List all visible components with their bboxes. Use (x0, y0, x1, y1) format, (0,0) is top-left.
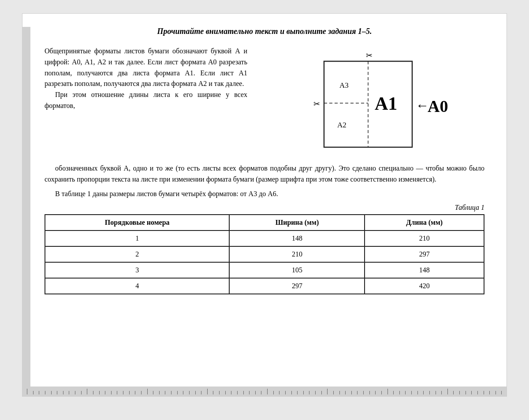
ruler-tick (399, 391, 400, 394)
a1-label: А1 (375, 93, 397, 114)
a0-label: А0 (428, 97, 448, 115)
ruler-tick (159, 391, 160, 394)
ruler-tick (495, 391, 496, 394)
a2-label: А2 (337, 121, 346, 129)
arrow-icon: ← (416, 98, 429, 112)
ruler-tick (81, 391, 82, 394)
ruler-tick (147, 389, 148, 394)
ruler-tick (63, 391, 63, 394)
ruler-tick (477, 391, 478, 394)
ruler-tick (213, 391, 213, 394)
a3-label: А3 (339, 81, 349, 89)
cell-0-1: 148 (229, 230, 365, 246)
cell-3-1: 297 (229, 278, 365, 294)
ruler-tick (273, 391, 274, 394)
left-ruler (22, 27, 30, 387)
table-row: 1148210 (45, 230, 484, 246)
cell-2-1: 105 (229, 262, 365, 278)
ruler-tick (195, 391, 196, 394)
paragraph-2-full: обозначенных буквой А, одно и то же (то … (45, 163, 484, 185)
ruler-tick (423, 391, 424, 394)
ruler-marks (22, 389, 507, 394)
col-header-1: Порядковые номера (45, 215, 229, 230)
ruler-tick (303, 391, 304, 394)
ruler-tick (267, 389, 268, 394)
ruler-tick (285, 391, 286, 394)
table-row: 3105148 (45, 262, 484, 278)
ruler-tick (27, 389, 27, 394)
ruler-tick (405, 391, 406, 394)
ruler-tick (327, 389, 328, 394)
ruler-tick (69, 391, 69, 394)
cell-3-0: 4 (45, 278, 229, 294)
ruler-tick (87, 389, 87, 394)
bottom-ruler (22, 387, 507, 396)
ruler-tick (219, 391, 220, 394)
ruler-tick (201, 391, 201, 394)
ruler-tick (436, 391, 436, 394)
ruler-tick (309, 391, 309, 394)
ruler-tick (291, 391, 292, 394)
table-row: 4297420 (45, 278, 484, 294)
ruler-tick (249, 391, 250, 394)
ruler-tick (381, 391, 382, 394)
ruler-tick (417, 391, 418, 394)
ruler-tick (237, 391, 238, 394)
ruler-tick (393, 391, 394, 394)
ruler-tick (279, 391, 279, 394)
ruler-tick (297, 391, 298, 394)
ruler-tick (57, 391, 57, 394)
ruler-tick (165, 391, 165, 394)
ruler-tick (357, 391, 358, 394)
left-text: Общепринятые форматы листов бумаги обозн… (45, 46, 247, 156)
paragraph-2-start: При этом отношение длины листа к его шир… (45, 89, 247, 112)
content-row: Общепринятые форматы листов бумаги обозн… (45, 46, 484, 156)
col-header-3: Длина (мм) (365, 215, 484, 230)
ruler-tick (261, 391, 261, 394)
ruler-tick (99, 391, 100, 394)
ruler-tick (321, 391, 322, 394)
diagram-area: ✂ ✂ А3 А2 А1 ← А0 (261, 46, 484, 156)
paragraph-3: В таблице 1 даны размеры листов бумаги ч… (45, 189, 484, 200)
ruler-tick (111, 391, 112, 394)
ruler-tick (466, 391, 466, 394)
ruler-tick (177, 391, 178, 394)
ruler-tick (51, 391, 52, 394)
ruler-tick (255, 391, 256, 394)
ruler-tick (339, 391, 340, 394)
ruler-tick (369, 391, 370, 394)
scissors-left-icon: ✂ (313, 100, 320, 108)
page: Прочитайте внимательно текст и выполните… (22, 13, 507, 397)
ruler-tick (189, 391, 190, 394)
ruler-tick (441, 391, 442, 394)
cell-1-2: 297 (365, 246, 484, 262)
ruler-tick (243, 391, 244, 394)
ruler-tick (471, 391, 472, 394)
cell-2-0: 3 (45, 262, 229, 278)
table-header: Порядковые номера Ширина (мм) Длина (мм) (45, 215, 484, 230)
ruler-tick (345, 391, 346, 394)
ruler-tick (171, 391, 171, 394)
ruler-tick (231, 391, 231, 394)
cell-1-1: 210 (229, 246, 365, 262)
ruler-tick (39, 391, 39, 394)
ruler-tick (501, 391, 502, 394)
ruler-tick (117, 391, 117, 394)
ruler-tick (33, 391, 34, 394)
cell-1-0: 2 (45, 246, 229, 262)
page-title: Прочитайте внимательно текст и выполните… (45, 27, 484, 36)
paragraph-1: Общепринятые форматы листов бумаги обозн… (45, 46, 247, 89)
ruler-tick (484, 391, 484, 394)
table-caption: Таблица 1 (45, 204, 484, 212)
ruler-tick (75, 391, 75, 394)
ruler-tick (129, 391, 130, 394)
ruler-tick (315, 391, 316, 394)
ruler-tick (141, 391, 142, 394)
ruler-tick (333, 391, 334, 394)
ruler-tick (93, 391, 93, 394)
ruler-tick (135, 391, 135, 394)
scissors-top-icon: ✂ (366, 51, 373, 60)
ruler-tick (153, 391, 153, 394)
ruler-tick (351, 391, 352, 394)
table-body: 1148210221029731051484297420 (45, 230, 484, 294)
